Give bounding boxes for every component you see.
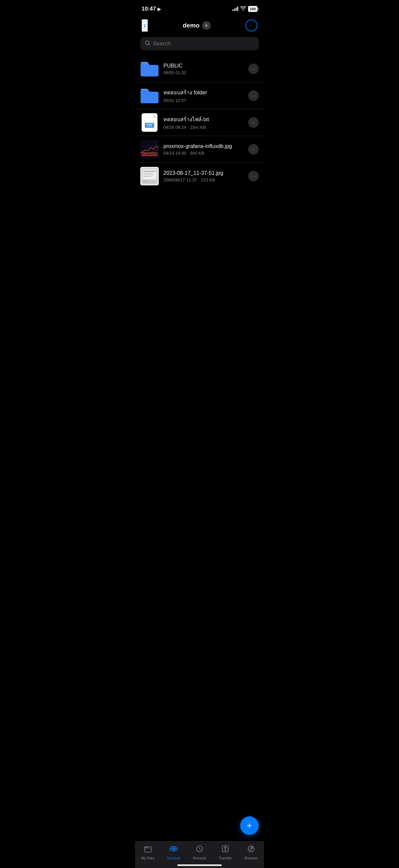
file-name: 2023-08-17_11-37-51.jpg (163, 170, 243, 176)
svg-rect-9 (143, 171, 156, 172)
battery-indicator: 100 (248, 6, 257, 12)
signal-bars (232, 7, 238, 11)
folder-title: demo (182, 22, 199, 29)
file-meta: 04/26 08:24 Zero KB (163, 125, 243, 130)
file-info: 2023-08-17_11-37-51.jpg 2566/08/17 11:37… (163, 170, 243, 182)
status-icons: 100 (232, 6, 257, 12)
file-info: proxmox-grafana-influxdb.jpg 04/14 14:00… (163, 143, 243, 156)
signal-bar-1 (232, 9, 233, 11)
file-icon-folder (140, 60, 159, 78)
file-options-button[interactable]: ··· (248, 90, 259, 101)
file-date: 05/31 12:07 (163, 98, 186, 103)
folder-icon (141, 88, 159, 104)
file-options-button[interactable]: ··· (248, 144, 259, 155)
list-item[interactable]: 2023-08-17_11-37-51.jpg 2566/08/17 11:37… (135, 163, 264, 189)
dropdown-button[interactable]: ▾ (202, 21, 211, 30)
file-icon-image (140, 167, 159, 185)
search-bar[interactable] (140, 37, 259, 50)
file-icon-txt: TXT (140, 113, 159, 132)
location-icon: ▶ (158, 7, 161, 11)
ellipsis-icon: ··· (251, 147, 256, 152)
file-info: PUBLIC 08/05 01:32 (163, 63, 243, 75)
ellipsis-icon: ··· (251, 66, 256, 71)
chevron-down-icon: ▾ (205, 24, 207, 28)
wifi-icon (240, 6, 246, 12)
nav-title: demo ▾ (182, 21, 211, 30)
grafana-thumbnail (140, 140, 159, 159)
ellipsis-icon: ··· (249, 23, 254, 28)
ellipsis-icon: ··· (251, 120, 256, 125)
status-bar: 10:47 ▶ 100 (135, 0, 264, 16)
file-options-button[interactable]: ··· (248, 64, 259, 74)
signal-bar-4 (237, 7, 238, 11)
search-container (135, 37, 264, 56)
file-meta: 08/05 01:32 (163, 70, 243, 75)
file-size: Zero KB (190, 125, 206, 130)
svg-rect-12 (143, 176, 152, 177)
file-name: PUBLIC (163, 63, 243, 69)
svg-rect-10 (143, 173, 153, 174)
txt-badge: TXT (145, 123, 155, 128)
signal-bar-2 (234, 9, 235, 11)
signal-bar-3 (236, 8, 237, 11)
status-time: 10:47 ▶ (142, 6, 161, 12)
file-options-button[interactable]: ··· (248, 171, 259, 181)
screenshot-thumbnail (140, 167, 159, 185)
file-meta: 05/31 12:07 (163, 98, 243, 103)
file-size: 123 KB (201, 178, 215, 182)
svg-line-1 (148, 44, 150, 45)
folder-icon (141, 61, 159, 77)
file-date: 04/14 14:00 (163, 151, 186, 156)
file-meta: 2566/08/17 11:37 123 KB (163, 178, 243, 182)
file-options-button[interactable]: ··· (248, 117, 259, 128)
file-date: 04/26 08:24 (163, 125, 186, 130)
file-icon-folder (140, 86, 159, 105)
svg-rect-14 (149, 180, 156, 183)
file-name: ทดสอบสร้าง folder (163, 88, 243, 97)
file-icon-image (140, 140, 159, 159)
battery-level: 100 (250, 7, 256, 11)
file-name: proxmox-grafana-influxdb.jpg (163, 143, 243, 149)
ellipsis-icon: ··· (251, 174, 256, 179)
svg-rect-11 (143, 175, 154, 175)
txt-icon: TXT (142, 113, 158, 132)
file-size: 840 KB (190, 151, 204, 156)
grafana-preview (140, 140, 159, 159)
file-info: ทดสอบสร้าง folder 05/31 12:07 (163, 88, 243, 103)
list-item[interactable]: ทดสอบสร้าง folder 05/31 12:07 ··· (135, 83, 264, 109)
more-options-button[interactable]: ··· (245, 20, 257, 31)
file-list: PUBLIC 08/05 01:32 ··· ทดสอบสร้าง folder… (135, 56, 264, 189)
file-date: 2566/08/17 11:37 (163, 178, 197, 182)
file-name: ทดสอบสร้างไฟล์.txt (163, 115, 243, 123)
list-item[interactable]: proxmox-grafana-influxdb.jpg 04/14 14:00… (135, 136, 264, 163)
file-meta: 04/14 14:00 840 KB (163, 151, 243, 156)
screenshot-preview (140, 167, 159, 185)
search-icon (145, 40, 150, 47)
back-button[interactable]: ‹ (142, 19, 148, 32)
list-item[interactable]: TXT ทดสอบสร้างไฟล์.txt 04/26 08:24 Zero … (135, 109, 264, 136)
file-info: ทดสอบสร้างไฟล์.txt 04/26 08:24 Zero KB (163, 115, 243, 130)
svg-rect-13 (143, 180, 148, 183)
search-input[interactable] (153, 40, 254, 47)
time-display: 10:47 (142, 6, 156, 12)
file-date: 08/05 01:32 (163, 70, 186, 75)
list-item[interactable]: PUBLIC 08/05 01:32 ··· (135, 56, 264, 83)
nav-header: ‹ demo ▾ ··· (135, 16, 264, 37)
ellipsis-icon: ··· (251, 93, 256, 98)
